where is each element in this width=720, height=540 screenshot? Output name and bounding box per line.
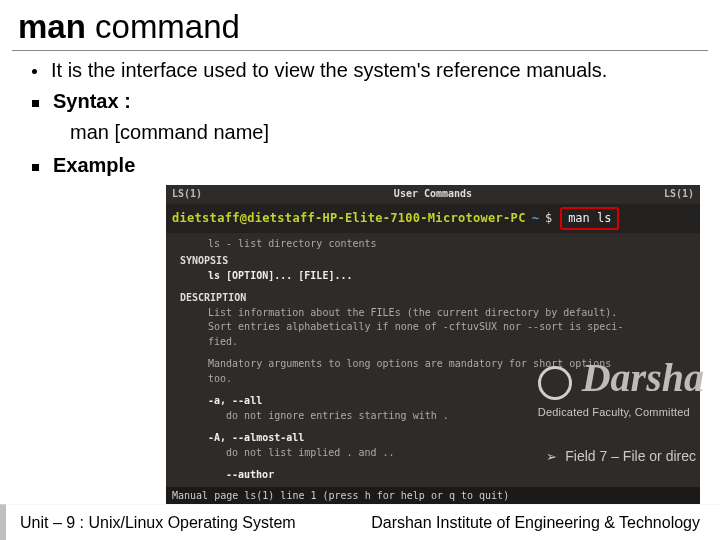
desc-line-1: List information about the FILEs (the cu… [208, 306, 690, 321]
bullet-example: Example [26, 154, 702, 177]
title-bold: man [18, 8, 86, 45]
prompt-user: dietstaff@dietstaff-HP-Elite-7100-Microt… [172, 210, 526, 227]
footer-accent-bar [0, 505, 6, 540]
syntax-label: Syntax : [53, 90, 131, 113]
option-a: -a, --all [208, 394, 690, 409]
section-description: DESCRIPTION [180, 291, 690, 306]
footer-institute: Darshan Institute of Engineering & Techn… [371, 514, 700, 532]
slide-title: man command [0, 0, 720, 50]
prompt-path: ~ [532, 210, 539, 227]
bullet-square-icon [32, 164, 39, 171]
man-page-footer: Manual page ls(1) line 1 (press h for he… [166, 487, 700, 506]
section-synopsis: SYNOPSIS [180, 254, 690, 269]
desc-line-3: fied. [208, 335, 690, 350]
footer-unit: Unit – 9 : Unix/Linux Operating System [20, 514, 296, 532]
title-divider [12, 50, 708, 51]
prompt-symbol: $ [545, 210, 552, 227]
syntax-value: man [command name] [70, 121, 702, 144]
synopsis-line: ls [OPTION]... [FILE]... [208, 269, 690, 284]
bullet-dot-icon [32, 69, 37, 74]
terminal-prompt-bar: dietstaff@dietstaff-HP-Elite-7100-Microt… [166, 204, 700, 233]
man-page-header: LS(1) User Commands LS(1) [166, 185, 700, 204]
bullet-intro: It is the interface used to view the sys… [26, 59, 702, 82]
slide-footer: Unit – 9 : Unix/Linux Operating System D… [0, 504, 720, 540]
ghost-cutoff-text: ➢ Field 7 – File or direc [546, 448, 696, 464]
header-left: LS(1) [172, 187, 202, 202]
highlighted-command: man ls [560, 207, 619, 230]
option-a-desc: do not ignore entries starting with . [226, 409, 690, 424]
desc-line-5: too. [208, 372, 690, 387]
header-center: User Commands [394, 187, 472, 202]
ghost-text: Field 7 – File or direc [565, 448, 696, 464]
example-label: Example [53, 154, 135, 177]
title-rest: command [86, 8, 240, 45]
option-author: --author [226, 468, 690, 483]
chevron-icon: ➢ [546, 449, 557, 464]
header-right: LS(1) [664, 187, 694, 202]
bullet-square-icon [32, 100, 39, 107]
desc-line-2: Sort entries alphabetically if none of -… [208, 320, 690, 335]
option-A: -A, --almost-all [208, 431, 690, 446]
intro-text: It is the interface used to view the sys… [51, 59, 607, 82]
bullet-syntax: Syntax : [26, 90, 702, 113]
desc-line-4: Mandatory arguments to long options are … [208, 357, 690, 372]
name-line: ls - list directory contents [208, 237, 690, 252]
content-area: It is the interface used to view the sys… [0, 59, 720, 505]
